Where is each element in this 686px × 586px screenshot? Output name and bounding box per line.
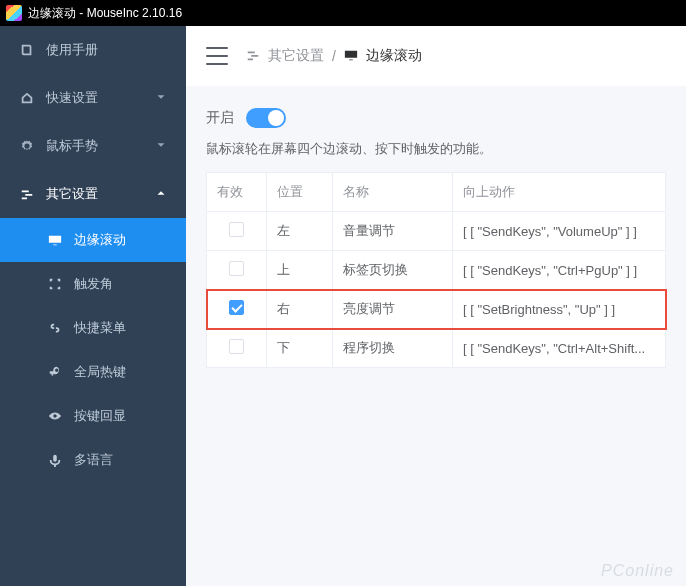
cell-position: 右	[267, 290, 333, 329]
sidebar: 使用手册 快速设置 鼠标手势 其它设置 边缘滚动 触发角 快捷菜单	[0, 26, 186, 586]
sidebar-sub-hotkey[interactable]: 全局热键	[0, 350, 186, 394]
main-area: 其它设置 / 边缘滚动 开启 鼠标滚轮在屏幕四个边滚动、按下时触发的功能。 有效…	[186, 26, 686, 586]
sidebar-item-label: 鼠标手势	[46, 137, 98, 155]
sidebar-sub-quickmenu[interactable]: 快捷菜单	[0, 306, 186, 350]
sidebar-sub-label: 边缘滚动	[74, 231, 126, 249]
cell-up-action: [ [ "SendKeys", "Ctrl+Alt+Shift...	[453, 329, 666, 368]
breadcrumb: 其它设置 / 边缘滚动	[246, 47, 422, 65]
edge-scroll-table: 有效 位置 名称 向上动作 左音量调节[ [ "SendKeys", "Volu…	[206, 172, 666, 368]
row-checkbox[interactable]	[229, 222, 244, 237]
table-row[interactable]: 下程序切换[ [ "SendKeys", "Ctrl+Alt+Shift...	[207, 329, 666, 368]
breadcrumb-parent[interactable]: 其它设置	[268, 47, 324, 65]
app-logo-icon	[6, 5, 22, 21]
breadcrumb-sep: /	[332, 48, 336, 64]
chevron-down-icon	[154, 138, 168, 155]
sidebar-item-gesture[interactable]: 鼠标手势	[0, 122, 186, 170]
sidebar-sub-osd[interactable]: 按键回显	[0, 394, 186, 438]
key-icon	[46, 365, 64, 379]
cell-name: 程序切换	[333, 329, 453, 368]
link-icon	[46, 321, 64, 335]
col-enabled: 有效	[207, 173, 267, 212]
row-checkbox[interactable]	[229, 339, 244, 354]
cell-position: 上	[267, 251, 333, 290]
window-title: 边缘滚动 - MouseInc 2.10.16	[28, 5, 182, 22]
window-titlebar: 边缘滚动 - MouseInc 2.10.16	[0, 0, 686, 26]
chevron-up-icon	[154, 186, 168, 203]
col-position: 位置	[267, 173, 333, 212]
sidebar-sub-label: 全局热键	[74, 363, 126, 381]
home-icon	[18, 91, 36, 105]
cell-position: 下	[267, 329, 333, 368]
gear-icon	[18, 139, 36, 153]
mic-icon	[46, 453, 64, 467]
book-icon	[18, 43, 36, 57]
chevron-down-icon	[154, 90, 168, 107]
sidebar-sub-lang[interactable]: 多语言	[0, 438, 186, 482]
breadcrumb-current: 边缘滚动	[366, 47, 422, 65]
monitor-icon	[344, 48, 358, 65]
enable-switch[interactable]	[246, 108, 286, 128]
sidebar-group-other[interactable]: 其它设置	[0, 170, 186, 218]
toggle-label: 开启	[206, 109, 234, 127]
table-row[interactable]: 上标签页切换[ [ "SendKeys", "Ctrl+PgUp" ] ]	[207, 251, 666, 290]
sidebar-item-label: 使用手册	[46, 41, 98, 59]
monitor-icon	[46, 233, 64, 247]
sidebar-sub-label: 按键回显	[74, 407, 126, 425]
corners-icon	[46, 277, 64, 291]
sidebar-item-quick[interactable]: 快速设置	[0, 74, 186, 122]
cell-position: 左	[267, 212, 333, 251]
content: 开启 鼠标滚轮在屏幕四个边滚动、按下时触发的功能。 有效 位置 名称 向上动作 …	[186, 86, 686, 384]
sidebar-sub-label: 快捷菜单	[74, 319, 126, 337]
sliders-icon	[246, 48, 260, 65]
row-checkbox[interactable]	[229, 300, 244, 315]
cell-up-action: [ [ "SetBrightness", "Up" ] ]	[453, 290, 666, 329]
watermark: PConline	[601, 562, 674, 580]
cell-name: 音量调节	[333, 212, 453, 251]
cell-name: 标签页切换	[333, 251, 453, 290]
cell-up-action: [ [ "SendKeys", "VolumeUp" ] ]	[453, 212, 666, 251]
sidebar-sub-label: 触发角	[74, 275, 113, 293]
row-checkbox[interactable]	[229, 261, 244, 276]
eye-icon	[46, 409, 64, 423]
col-up-action: 向上动作	[453, 173, 666, 212]
menu-toggle-button[interactable]	[206, 47, 228, 65]
sidebar-sub-edge-scroll[interactable]: 边缘滚动	[0, 218, 186, 262]
cell-up-action: [ [ "SendKeys", "Ctrl+PgUp" ] ]	[453, 251, 666, 290]
sidebar-item-manual[interactable]: 使用手册	[0, 26, 186, 74]
table-row[interactable]: 右亮度调节[ [ "SetBrightness", "Up" ] ]	[207, 290, 666, 329]
sidebar-item-label: 快速设置	[46, 89, 98, 107]
sidebar-sub-hotcorner[interactable]: 触发角	[0, 262, 186, 306]
sidebar-group-label: 其它设置	[46, 185, 98, 203]
sidebar-sub-label: 多语言	[74, 451, 113, 469]
table-row[interactable]: 左音量调节[ [ "SendKeys", "VolumeUp" ] ]	[207, 212, 666, 251]
description-text: 鼠标滚轮在屏幕四个边滚动、按下时触发的功能。	[206, 140, 666, 158]
col-name: 名称	[333, 173, 453, 212]
topbar: 其它设置 / 边缘滚动	[186, 26, 686, 86]
sliders-icon	[18, 187, 36, 201]
cell-name: 亮度调节	[333, 290, 453, 329]
